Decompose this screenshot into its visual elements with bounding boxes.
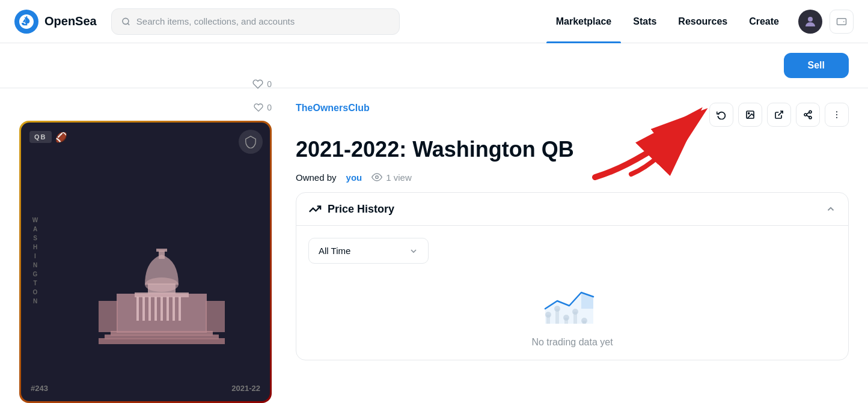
card-year: 2021-22 [231,384,260,393]
price-history-body: All Time [296,226,848,360]
svg-rect-17 [179,297,181,321]
opensea-logo-icon [14,10,38,34]
card-number: #243 [31,384,48,393]
svg-rect-12 [148,297,151,321]
svg-point-28 [809,117,811,119]
svg-rect-13 [154,297,157,321]
sell-bar: Sell [0,43,868,88]
svg-rect-14 [160,297,163,321]
search-bar[interactable] [111,8,400,35]
svg-point-33 [836,117,837,118]
svg-rect-9 [135,292,189,297]
svg-rect-20 [99,338,225,344]
wallet-button[interactable] [830,10,854,34]
card-top-right [239,130,263,154]
external-link-icon [774,110,784,120]
svg-rect-21 [99,301,118,332]
image-icon [745,110,755,120]
nft-detail-header: TheOwnersClub [296,103,849,127]
logo-text: OpenSea [44,14,97,28]
search-icon [121,17,130,26]
no-data-label: No trading data yet [531,337,613,348]
nft-card: QB 🏈 WASHINGTON [19,121,272,403]
avatar[interactable] [798,10,822,34]
capitol-illustration [81,234,243,368]
svg-point-1 [808,17,813,22]
svg-point-24 [748,113,750,114]
chart-area: No trading data yet [308,264,836,348]
football-icon: 🏈 [55,132,67,143]
svg-point-27 [804,114,807,116]
vertical-team-text: WASHINGTON [32,217,38,307]
share-icon [803,110,813,120]
card-top-left: QB 🏈 [29,131,67,143]
svg-rect-6 [156,249,167,252]
nft-card-wrapper: 0 QB 🏈 [19,121,272,403]
search-input[interactable] [136,16,390,26]
main-nav: Marketplace Stats Resources Create [546,0,789,43]
logo-link[interactable]: OpenSea [14,10,97,34]
svg-rect-5 [159,250,165,259]
like-count-label: 0 [267,103,272,112]
refresh-icon [717,110,726,120]
view-count: 1 view [371,172,412,183]
wallet-icon [836,16,847,27]
nft-title: 2021-2022: Washington QB [296,136,849,162]
time-filter-label: All Time [319,246,350,256]
dropdown-arrow-icon [409,246,418,256]
price-history-header[interactable]: Price History [296,193,848,226]
share-button[interactable] [796,103,820,127]
svg-rect-11 [142,297,145,321]
svg-line-29 [807,115,810,117]
price-history-section: Price History All Time [296,192,849,360]
owner-link[interactable]: you [346,172,362,183]
nav-stats[interactable]: Stats [623,0,666,43]
views-text: 1 view [386,172,412,183]
svg-rect-10 [136,297,139,321]
like-count: 0 [267,79,272,89]
svg-rect-22 [206,301,225,332]
image-button[interactable] [738,103,762,127]
nav-create[interactable]: Create [739,0,789,43]
capitol-svg [81,234,243,366]
header-actions [798,10,854,34]
avatar-icon [803,14,818,29]
svg-line-30 [807,112,810,114]
svg-rect-16 [173,297,175,321]
svg-rect-2 [837,18,846,25]
position-badge: QB [29,131,52,143]
header: OpenSea Marketplace Stats Resources Crea… [0,0,868,43]
chevron-up-icon [825,204,836,214]
refresh-button[interactable] [709,103,733,127]
heart-icon [252,79,263,89]
owned-by-label: Owned by [296,172,337,183]
svg-point-34 [376,176,379,179]
eye-icon [371,172,382,183]
more-options-button[interactable] [825,103,849,127]
ownership-row: Owned by you 1 view [296,172,849,183]
action-icons-group [709,103,849,127]
price-history-title: Price History [308,202,394,216]
collection-link[interactable]: TheOwnersClub [296,103,370,114]
svg-rect-15 [167,297,169,321]
sell-button[interactable]: Sell [784,53,849,78]
more-icon [832,110,842,120]
time-filter-dropdown[interactable]: All Time [308,238,429,264]
card-inner: QB 🏈 WASHINGTON [21,123,270,401]
svg-point-31 [836,111,837,112]
svg-point-32 [836,114,837,115]
external-link-button[interactable] [767,103,791,127]
trend-icon [308,202,322,216]
svg-point-26 [809,111,811,113]
svg-line-25 [778,111,783,115]
like-button[interactable]: 0 [252,79,272,89]
nav-resources[interactable]: Resources [668,0,737,43]
nav-marketplace[interactable]: Marketplace [546,0,622,43]
main-content: 0 0 QB 🏈 [0,88,868,403]
like-row: 0 [254,103,272,112]
right-panel: TheOwnersClub [296,103,849,403]
shield-svg [244,135,257,148]
price-history-label: Price History [328,203,394,216]
svg-point-0 [123,18,129,24]
empty-chart-svg [536,276,608,330]
